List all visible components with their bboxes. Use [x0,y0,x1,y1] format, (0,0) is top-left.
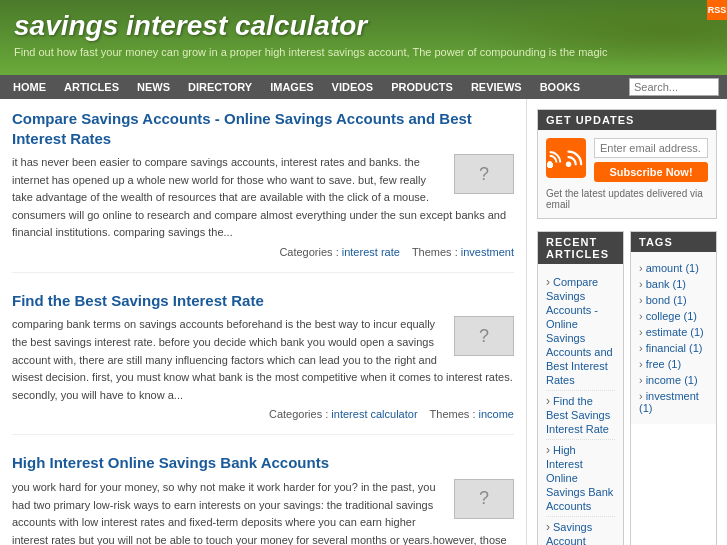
article-3: High Interest Online Savings Bank Accoun… [12,453,514,545]
tag-link-0[interactable]: amount (1) [646,262,699,274]
tag-link-6[interactable]: free (1) [646,358,681,370]
recent-article-link-3[interactable]: Savings Account Calculator Variables You… [546,521,612,545]
article-2-categories-link[interactable]: interest calculator [331,408,417,420]
nav-images[interactable]: IMAGES [261,75,322,99]
list-item: Compare Savings Accounts - Online Saving… [546,272,615,391]
article-2-themes-label: Themes : [430,408,476,420]
article-2-text: comparing bank terms on savings accounts… [12,316,514,404]
article-1-image: ? [454,154,514,194]
article-1-categories-link[interactable]: interest rate [342,246,400,258]
tags-header: TAGS [631,232,716,252]
article-2-title: Find the Best Savings Interest Rate [12,291,514,311]
tag-link-5[interactable]: financial (1) [646,342,703,354]
tags-list: amount (1)bank (1)bond (1)college (1)est… [639,260,708,416]
nav-news[interactable]: NEWS [128,75,179,99]
tag-item-3: college (1) [639,308,708,324]
nav-books[interactable]: BOOKS [531,75,589,99]
article-3-text: you work hard for your money, so why not… [12,479,514,545]
site-header: RSS savings interest calculator Find out… [0,0,727,75]
updates-content: Subscribe Now! Get the latest updates de… [538,130,716,218]
updates-header: GET UPDATES [538,110,716,130]
navigation: HOME ARTICLES NEWS DIRECTORY IMAGES VIDE… [0,75,727,99]
recent-articles-list: Compare Savings Accounts - Online Saving… [546,272,615,545]
svg-point-0 [566,162,571,167]
article-1-meta: Categories : interest rate Themes : inve… [12,246,514,258]
nav-reviews[interactable]: REVIEWS [462,75,531,99]
search-box [629,78,719,96]
list-item: Find the Best Savings Interest Rate [546,391,615,440]
nav-articles[interactable]: ARTICLES [55,75,128,99]
sidebar: GET UPDATES Subscribe Now! [527,99,727,545]
updates-note: Get the latest updates delivered via ema… [546,188,708,210]
sidebar-bottom-row: RECENT ARTICLES Compare Savings Accounts… [537,231,717,545]
article-2: Find the Best Savings Interest Rate ? co… [12,291,514,435]
article-1-themes-label: Themes : [412,246,458,258]
article-3-image: ? [454,479,514,519]
main-content: Compare Savings Accounts - Online Saving… [0,99,727,545]
tag-link-8[interactable]: investment (1) [639,390,699,414]
subscribe-button[interactable]: Subscribe Now! [594,162,708,182]
tag-item-8: investment (1) [639,388,708,416]
tag-item-6: free (1) [639,356,708,372]
article-3-body: ? you work hard for your money, so why n… [12,479,514,545]
rss-icon [546,138,586,178]
recent-articles-box: RECENT ARTICLES Compare Savings Accounts… [537,231,624,545]
article-1-categories-label: Categories : [279,246,338,258]
site-title: savings interest calculator [14,10,713,42]
article-1-themes-link[interactable]: investment [461,246,514,258]
tags-box: TAGS amount (1)bank (1)bond (1)college (… [630,231,717,545]
article-1-title: Compare Savings Accounts - Online Saving… [12,109,514,148]
tag-link-7[interactable]: income (1) [646,374,698,386]
tag-item-0: amount (1) [639,260,708,276]
nav-products[interactable]: PRODUCTS [382,75,462,99]
tag-item-7: income (1) [639,372,708,388]
article-1-body: ? it has never been easier to compare sa… [12,154,514,242]
updates-inner: Subscribe Now! [546,138,708,182]
recent-article-link-1[interactable]: Find the Best Savings Interest Rate [546,395,610,435]
list-item: Savings Account Calculator Variables You… [546,517,615,545]
tag-item-1: bank (1) [639,276,708,292]
content-area: Compare Savings Accounts - Online Saving… [0,99,527,545]
list-item: High Interest Online Savings Bank Accoun… [546,440,615,517]
nav-home[interactable]: HOME [4,75,55,99]
recent-article-link-2[interactable]: High Interest Online Savings Bank Accoun… [546,444,613,512]
article-3-title: High Interest Online Savings Bank Accoun… [12,453,514,473]
article-1: Compare Savings Accounts - Online Saving… [12,109,514,273]
article-2-categories-label: Categories : [269,408,328,420]
article-2-themes-link[interactable]: income [479,408,514,420]
updates-form: Subscribe Now! [594,138,708,182]
recent-articles-header: RECENT ARTICLES [538,232,623,264]
search-input[interactable] [629,78,719,96]
nav-directory[interactable]: DIRECTORY [179,75,261,99]
nav-videos[interactable]: VIDEOS [323,75,383,99]
article-1-text: it has never been easier to compare savi… [12,154,514,242]
recent-article-link-0[interactable]: Compare Savings Accounts - Online Saving… [546,276,613,386]
tag-item-2: bond (1) [639,292,708,308]
email-input[interactable] [594,138,708,158]
tag-link-1[interactable]: bank (1) [646,278,686,290]
rss-svg [564,145,586,171]
site-subtitle: Find out how fast your money can grow in… [14,46,713,58]
tag-link-3[interactable]: college (1) [646,310,697,322]
tag-link-2[interactable]: bond (1) [646,294,687,306]
recent-articles-content: Compare Savings Accounts - Online Saving… [538,264,623,545]
tag-item-4: estimate (1) [639,324,708,340]
updates-box: GET UPDATES Subscribe Now! [537,109,717,219]
tags-content: amount (1)bank (1)bond (1)college (1)est… [631,252,716,424]
article-2-meta: Categories : interest calculator Themes … [12,408,514,420]
tag-link-4[interactable]: estimate (1) [646,326,704,338]
article-2-image: ? [454,316,514,356]
article-2-body: ? comparing bank terms on savings accoun… [12,316,514,404]
tag-item-5: financial (1) [639,340,708,356]
